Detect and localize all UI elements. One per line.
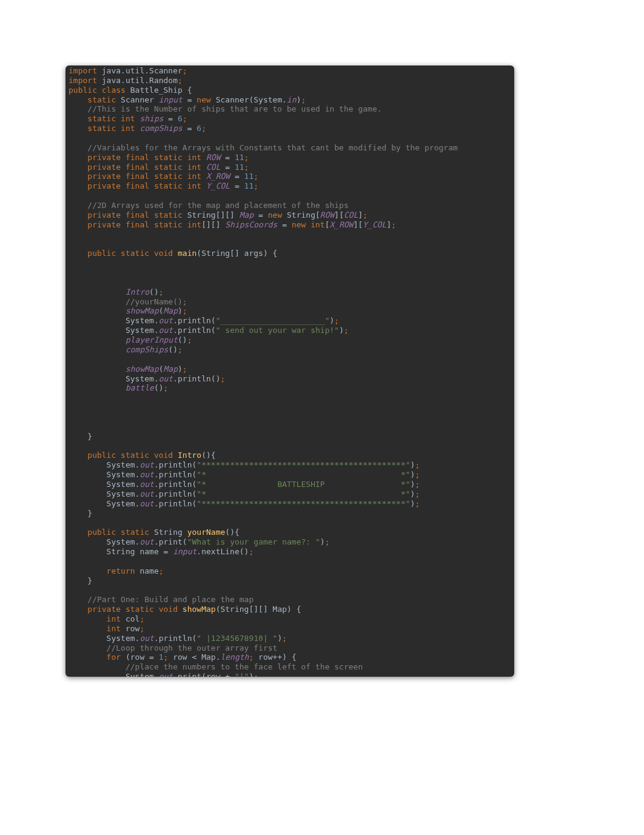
num-11: 11 xyxy=(244,181,254,190)
eq: = xyxy=(183,124,196,133)
semi: ; xyxy=(334,316,339,325)
scanner-ctor: Scanner(System. xyxy=(211,95,287,104)
field-xrow: X_ROW xyxy=(206,172,230,181)
println-empty: .println() xyxy=(173,374,220,383)
eq: = xyxy=(230,181,244,190)
system: System. xyxy=(69,499,139,508)
semi: ; xyxy=(415,480,420,489)
for-mid1: row < Map. xyxy=(168,652,220,662)
semi: ; xyxy=(183,66,187,75)
comment-ships: //This is the Number of ships that are t… xyxy=(69,104,382,113)
field-row: ROW xyxy=(320,210,334,220)
field-map: Map xyxy=(240,210,253,220)
println: .println( xyxy=(173,316,215,325)
decl-name: String name = xyxy=(69,547,173,556)
kw-return: return xyxy=(69,566,135,575)
num-11: 11 xyxy=(244,172,254,181)
system: System. xyxy=(69,460,139,469)
field-out: out xyxy=(159,672,173,677)
kw-new-int: new int xyxy=(292,220,325,229)
class-name: Battle_Ship { xyxy=(126,86,192,95)
kw: static int xyxy=(69,114,139,123)
mid: ][ xyxy=(354,220,363,229)
field-ycol: Y_COL xyxy=(206,181,230,190)
str-header: " |12345678910| " xyxy=(196,634,277,643)
print-open: .print(row + xyxy=(173,672,235,677)
semi: ; xyxy=(415,499,420,508)
str-sendout: " send out your war ship!" xyxy=(216,326,340,335)
semi: ; xyxy=(159,566,164,575)
type: [][] xyxy=(201,220,225,229)
system: System. xyxy=(69,316,159,325)
system: System. xyxy=(69,672,159,677)
p: ( xyxy=(159,306,164,315)
for-mid2: row++) { xyxy=(253,652,296,662)
str-pipe: "|" xyxy=(235,672,249,677)
field-row: ROW xyxy=(206,153,220,162)
num-1: 1 xyxy=(159,652,164,662)
semi: ; xyxy=(253,672,258,677)
kw: private final static int xyxy=(69,153,206,162)
semi: ; xyxy=(244,153,249,162)
println: .println( xyxy=(173,326,215,335)
sig: (String[][] Map) { xyxy=(216,605,301,614)
system: System. xyxy=(69,470,139,479)
call-playerinput: playerInput xyxy=(69,335,178,344)
println: .println( xyxy=(154,499,196,508)
field-out: out xyxy=(139,499,153,508)
semi: ; xyxy=(187,335,192,344)
semi: ; xyxy=(183,364,187,374)
semi: ; xyxy=(178,76,183,85)
system: System. xyxy=(69,326,159,335)
semi: ; xyxy=(159,287,164,297)
field-out: out xyxy=(139,470,153,479)
system: System. xyxy=(69,480,139,489)
kw: private final static int xyxy=(69,163,206,172)
arg-map: Map xyxy=(164,306,178,315)
p: ) xyxy=(178,306,183,315)
brace: } xyxy=(69,576,92,585)
comment-place: //place the numbers to the face left of … xyxy=(69,662,363,671)
var-row: row xyxy=(121,624,139,633)
str-stars: "***************************************… xyxy=(196,499,410,508)
str-underline: "______________________" xyxy=(216,316,330,325)
kw: private final static int xyxy=(69,220,201,229)
call-showmap: showMap xyxy=(69,364,159,374)
close: ) xyxy=(297,95,301,104)
semi: ; xyxy=(139,624,144,633)
system: System. xyxy=(69,374,159,383)
field-out: out xyxy=(139,537,153,546)
field-in: in xyxy=(287,95,297,104)
kw: private final static xyxy=(69,210,183,220)
field-xrow: X_ROW xyxy=(330,220,354,229)
call-intro: Intro xyxy=(69,287,149,297)
method-intro: Intro xyxy=(178,451,201,460)
call-compships: compShips xyxy=(69,345,168,354)
semi: ; xyxy=(183,114,187,123)
semi: ; xyxy=(282,634,287,643)
eq: = xyxy=(230,172,244,181)
field-out: out xyxy=(139,460,153,469)
pkg-random: java.util.Random xyxy=(97,76,178,85)
call-showmap: showMap xyxy=(69,306,159,315)
kw: public static void xyxy=(69,249,178,258)
println: .println( xyxy=(154,460,196,469)
semi: ; xyxy=(139,614,144,623)
semi: ; xyxy=(244,163,249,172)
p: ( xyxy=(159,364,164,374)
semi: ; xyxy=(301,95,306,104)
str-starpad: "* *" xyxy=(196,470,410,479)
brace: } xyxy=(69,509,92,518)
for-open: (row = xyxy=(121,652,159,662)
semi: ; xyxy=(415,489,420,498)
eq: = xyxy=(164,114,178,123)
semi: ; xyxy=(253,181,258,190)
eq: = xyxy=(183,95,196,104)
type-scanner: Scanner xyxy=(116,95,158,104)
print: .print( xyxy=(154,537,187,546)
semi: ; xyxy=(391,220,396,229)
paren: () xyxy=(149,287,159,297)
kw-int: int xyxy=(69,624,121,633)
num-11: 11 xyxy=(235,153,244,162)
semi: ; xyxy=(363,210,367,220)
